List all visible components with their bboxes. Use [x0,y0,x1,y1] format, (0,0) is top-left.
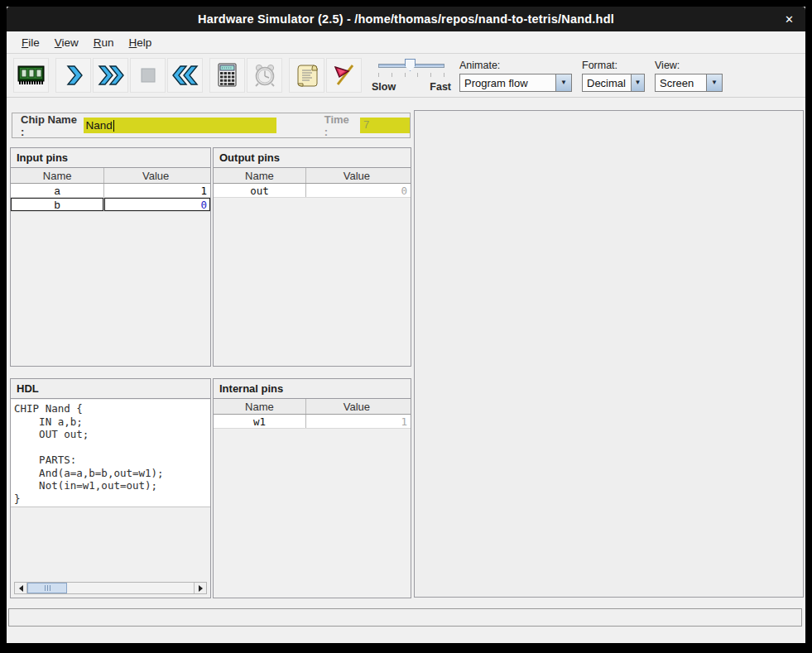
chip-name-bar: Chip Name : Nand Time : 7 [12,113,411,138]
pin-value: 1 [306,415,411,428]
chevron-down-icon: ▼ [631,74,644,91]
table-row: out 0 [214,184,411,198]
red-flag-icon [331,62,358,89]
view-value: Screen [656,74,706,91]
table-header-row: Name Value [11,168,210,184]
internal-pins-table: Name Value w1 1 [214,399,411,429]
speed-slider: Slow Fast [372,56,451,94]
format-select[interactable]: Decimal ▼ [582,74,645,92]
pin-value: 0 [306,184,411,197]
load-chip-button[interactable] [13,58,49,93]
pin-name: a [11,184,104,197]
view-select[interactable]: Screen ▼ [655,74,723,92]
pin-name: w1 [214,415,306,428]
chip-name-label: Chip Name : [21,113,79,138]
toolbar: Slow Fast Animate: Program flow ▼ Format… [7,54,805,98]
internal-pins-panel: Internal pins Name Value w1 1 [213,378,411,598]
column-header-name: Name [214,168,306,183]
status-bar [8,608,802,627]
single-step-button[interactable] [55,58,91,93]
hdl-code-line: } [14,492,210,506]
evaluate-button[interactable] [209,58,245,93]
pin-value[interactable]: 0 [104,198,210,211]
table-row: w1 1 [214,415,411,429]
memory-chip-icon [17,63,46,88]
output-pins-panel: Output pins Name Value out 0 [213,147,411,367]
hdl-title: HDL [11,379,210,399]
breakpoints-button[interactable] [326,58,362,93]
internal-pins-title: Internal pins [214,379,411,399]
scroll-icon [295,62,320,89]
scroll-right-button[interactable] [194,583,206,593]
hdl-code-line: And(a=a,b=b,out=w1); [14,467,210,480]
title-bar: Hardware Simulator (2.5) - /home/thomas/… [7,7,805,31]
format-label: Format: [582,60,645,71]
chevron-right-icon [62,64,85,87]
view-label: View: [655,60,723,71]
menu-run[interactable]: Run [86,36,122,49]
double-chevron-left-icon [171,64,199,87]
scroll-left-button[interactable] [15,583,27,593]
triangle-left-icon [19,585,23,592]
animate-group: Animate: Program flow ▼ [459,60,572,92]
hdl-code-line: Not(in=w1,out=out); [14,479,210,492]
alarm-clock-icon [252,62,278,89]
pin-name: out [214,184,306,197]
scrollbar-thumb[interactable] [27,583,67,593]
format-value: Decimal [583,74,631,91]
text-caret [113,120,114,132]
column-header-value: Value [306,399,411,414]
time-field: 7 [360,118,410,133]
run-button[interactable] [93,58,128,93]
menu-bar: File View Run Help [7,31,805,54]
hdl-code-line: OUT out; [14,428,210,441]
input-pins-panel: Input pins Name Value a 1 b 0 [10,147,211,367]
reset-button[interactable] [167,58,203,93]
triangle-right-icon [199,585,203,592]
hdl-code-line: IN a,b; [14,415,210,429]
app-window: Hardware Simulator (2.5) - /home/thomas/… [7,7,805,643]
speed-slider-thumb[interactable] [405,59,416,71]
time-label: Time : [324,113,353,138]
column-header-value: Value [306,168,411,183]
table-row: a 1 [11,184,210,198]
slider-slow-label: Slow [372,81,396,93]
animate-value: Program flow [460,74,555,91]
hdl-code-line: CHIP Nand { [14,402,210,415]
stop-square-icon [137,64,160,87]
output-pins-title: Output pins [214,148,411,168]
column-header-value: Value [104,168,210,183]
stop-button [130,58,166,93]
chevron-down-icon: ▼ [706,74,722,91]
clock-button [247,58,282,93]
slider-fast-label: Fast [430,81,451,93]
pin-value[interactable]: 1 [104,184,210,197]
hdl-code-line: PARTS: [14,454,210,467]
main-area: Chip Name : Nand Time : 7 Input pins Nam… [7,98,805,643]
column-header-name: Name [214,399,306,414]
hdl-horizontal-scrollbar[interactable] [14,582,207,594]
view-hdl-button[interactable] [289,58,324,93]
column-header-name: Name [11,168,104,183]
hdl-code-line [14,441,210,454]
view-group: View: Screen ▼ [655,60,723,92]
hdl-code-view: CHIP Nand { IN a,b; OUT out; PARTS: And(… [11,400,210,507]
window-title: Hardware Simulator (2.5) - /home/thomas/… [198,12,614,26]
table-row: b 0 [11,198,210,212]
double-chevron-right-icon [97,64,125,87]
output-pins-table: Name Value out 0 [214,168,411,198]
speed-slider-ticks [378,73,444,78]
close-button[interactable]: ✕ [785,7,794,31]
chip-name-input[interactable]: Nand [84,118,276,133]
animate-label: Animate: [459,60,572,71]
menu-file[interactable]: File [14,36,47,49]
input-pins-title: Input pins [11,148,210,168]
calculator-icon [215,62,240,89]
menu-help[interactable]: Help [122,36,160,49]
format-group: Format: Decimal ▼ [582,60,645,92]
menu-view[interactable]: View [47,36,86,49]
chevron-down-icon: ▼ [555,74,571,91]
pin-name: b [11,198,104,211]
animate-select[interactable]: Program flow ▼ [459,74,572,92]
chip-display-panel [414,110,804,598]
